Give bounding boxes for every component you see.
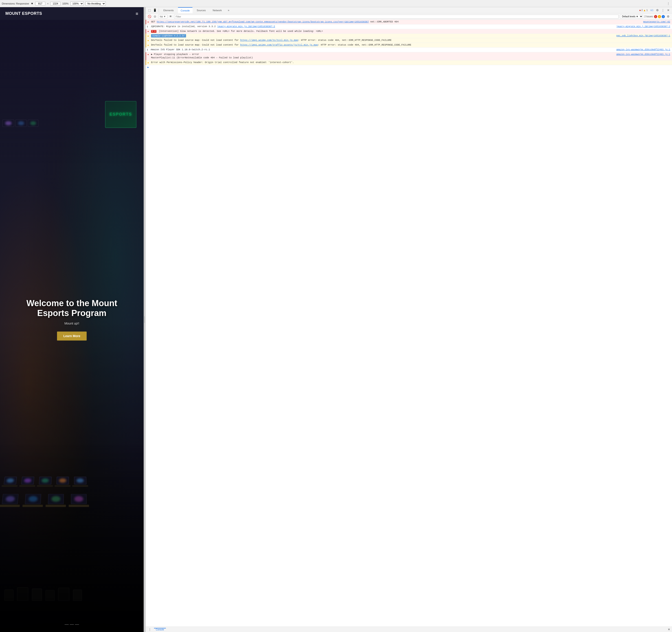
error-badge: E 6: [151, 30, 157, 33]
hero-background: ESPORTS: [0, 7, 144, 632]
console-entry: ● GET https://secureservercdn.net/198.71…: [146, 20, 672, 24]
tab-network[interactable]: Network: [210, 7, 225, 13]
tabs-more[interactable]: »: [226, 9, 231, 12]
entry-body: Simply Lightbox v.2.1.3/ pgc_sgb_lightbo…: [151, 34, 670, 38]
entry-text: Amazon IVS Player SDK 1.10.0-twitch.2-rc…: [151, 48, 210, 52]
tab-elements[interactable]: Elements: [161, 7, 177, 13]
entry-body: E 6 [Intervention] Slow network is detec…: [151, 30, 670, 33]
entry-link[interactable]: https://img1.wsimg.com/tc/tccl.min.js.ma…: [240, 39, 298, 42]
website-preview: MOUNT ESPORTS ≡ ESPORTS: [0, 7, 144, 632]
entry-source[interactable]: jquery-migrate.min.j…2&time=1651638387:2: [616, 25, 670, 28]
entry-text: JQMIGRATE: Migrate is installed, version…: [151, 25, 275, 28]
entry-source[interactable]: mountesports.com/:62: [643, 20, 670, 24]
entry-source[interactable]: pgc_sgb_lightbox.min.7&time=1651638387:1: [616, 34, 670, 38]
entry-link[interactable]: https://secureservercdn.net/198.71.190.1…: [157, 20, 369, 23]
hamburger-menu[interactable]: ≡: [136, 11, 138, 16]
issues-settings-icon[interactable]: ⚙: [666, 15, 670, 19]
hero-section: ESPORTS: [0, 7, 144, 632]
entry-body: Error with Permissions-Policy header: Or…: [151, 61, 670, 65]
entry-text: DevTools failed to load source map: Coul…: [151, 43, 411, 47]
info-icon: ℹ: [147, 25, 148, 28]
error-icon: ●: [147, 30, 149, 33]
devtools-top-toolbar: ⬚ 📱 Elements Console Sources Network » ●…: [146, 7, 672, 14]
hero-title: Welcome to the Mount Esports Program: [14, 298, 129, 318]
height-input[interactable]: [50, 2, 61, 5]
tab-sources[interactable]: Sources: [194, 7, 209, 13]
entry-body: GET https://secureservercdn.net/198.71.1…: [151, 20, 670, 24]
entry-text: E 6 [Intervention] Slow network is detec…: [151, 30, 323, 33]
dim-down-icon: ▼: [31, 2, 33, 5]
entry-body: DevTools failed to load source map: Coul…: [151, 43, 670, 47]
console-entry: ▲ Error with Permissions-Policy header: …: [146, 60, 672, 65]
issues-badge[interactable]: 2 Issues: 1 1 1: [644, 15, 665, 18]
yellow-badge: 1: [658, 15, 661, 18]
inspect-element-icon[interactable]: ⬚: [147, 8, 151, 13]
entry-text: ▶ Player stopping playback – errorMaster…: [151, 53, 253, 60]
info-icon: ℹ: [147, 48, 148, 52]
prompt-chevron: ▶: [147, 66, 149, 69]
main-layout: MOUNT ESPORTS ≡ ESPORTS: [0, 7, 672, 632]
warn-icon: ▲: [147, 61, 149, 65]
entry-link[interactable]: https://img1.wsimg.com/traffic-assets/js…: [240, 44, 318, 46]
eye-icon[interactable]: 👁: [169, 15, 173, 19]
entry-link[interactable]: jquery-migrate.min.js.2&time=1651638387:…: [217, 25, 275, 28]
bottom-tab-console[interactable]: Console: [154, 628, 166, 631]
console-entry: ▲ Simply Lightbox v.2.1.3/ pgc_sgb_light…: [146, 34, 672, 38]
site-nav: MOUNT ESPORTS ≡: [0, 7, 144, 20]
close-devtools-icon[interactable]: ✕: [666, 8, 670, 13]
console-entry: ▲ DevTools failed to load source map: Co…: [146, 38, 672, 43]
dock-options-icon[interactable]: ⋮: [147, 628, 152, 632]
clear-console-icon[interactable]: 🚫: [147, 15, 151, 19]
device-toolbar-icon[interactable]: 📱: [153, 8, 157, 13]
error-icon: ●: [147, 53, 149, 56]
entry-source[interactable]: amazon-ivs-wasmworke…d3Occ0e8f22493.js:1: [616, 48, 670, 51]
info-count[interactable]: ℹ 1: [650, 8, 654, 13]
error-icon: ●: [147, 20, 149, 24]
dim-label: Dimensions: Responsive: [2, 2, 29, 5]
console-entry: ▲ DevTools failed to load source map: Co…: [146, 43, 672, 48]
scroll-hint: ― ― ―: [65, 622, 79, 627]
tab-console[interactable]: Console: [178, 7, 193, 13]
entry-text: GET https://secureservercdn.net/198.71.1…: [151, 20, 399, 24]
zoom-label: 100%: [62, 2, 69, 5]
hero-subtitle: Mount up!!: [14, 322, 129, 325]
site-logo: MOUNT ESPORTS: [5, 11, 42, 16]
preserve-log-icon[interactable]: ⊙: [153, 15, 157, 19]
devtools-menu-icon[interactable]: ⋮: [666, 2, 670, 6]
settings-icon[interactable]: ⚙: [655, 8, 659, 13]
error-count[interactable]: ●2 ▲1: [638, 8, 649, 13]
devtools-panel: ⬚ 📱 Elements Console Sources Network » ●…: [145, 7, 672, 632]
entry-body: DevTools failed to load source map: Coul…: [151, 39, 670, 42]
log-level-select[interactable]: Default levels ▼ Verbose Info Warnings E…: [620, 15, 643, 18]
entry-body: Amazon IVS Player SDK 1.10.0-twitch.2-rc…: [151, 48, 670, 52]
console-prompt-entry: ▶: [146, 65, 672, 70]
hero-content: Welcome to the Mount Esports Program Mou…: [14, 298, 129, 340]
warn-icon: ▲: [147, 44, 149, 47]
toolbar-divider: [159, 8, 159, 12]
entry-source[interactable]: amazon-ivs-wasmworke…d3Occ0e8f22493.js:1: [616, 53, 670, 56]
close-panel-icon[interactable]: ✕: [668, 628, 670, 631]
entry-text: Error with Permissions-Policy header: Or…: [151, 61, 294, 65]
console-output: ● GET https://secureservercdn.net/198.71…: [146, 20, 672, 627]
top-filter-button[interactable]: top ▼: [158, 15, 167, 18]
simply-lightbox-badge[interactable]: Simply Lightbox v.2.1.3/: [151, 34, 186, 38]
throttle-select[interactable]: No throttling Slow 3G Fast 3G: [86, 2, 106, 6]
entry-body: JQMIGRATE: Migrate is installed, version…: [151, 25, 670, 28]
warn-icon: ▲: [147, 34, 149, 38]
browser-top-bar: Dimensions: Responsive ▼ × 100% 100% 75%…: [0, 0, 672, 7]
console-entry: ● ▶ Player stopping playback – errorMast…: [146, 52, 672, 60]
learn-more-button[interactable]: Learn More: [57, 332, 87, 341]
issues-label: 2 Issues:: [644, 15, 653, 18]
zoom-select[interactable]: 100% 75% 50%: [70, 2, 84, 6]
more-options-icon[interactable]: ⋮: [661, 8, 665, 13]
console-filter-bar: 🚫 ⊙ top ▼ 👁 Default levels ▼ Verbose Inf…: [146, 14, 672, 20]
panel-divider[interactable]: [144, 7, 145, 632]
console-filter-input[interactable]: [174, 15, 619, 19]
width-input[interactable]: [35, 2, 45, 5]
blue-badge: 1: [662, 15, 665, 18]
console-entry: ℹ Amazon IVS Player SDK 1.10.0-twitch.2-…: [146, 48, 672, 52]
warn-icon: ▲: [147, 39, 149, 42]
console-entry: ℹ JQMIGRATE: Migrate is installed, versi…: [146, 24, 672, 29]
devtools-bottom-bar: ⋮ Console ✕: [146, 627, 672, 632]
red-badge: 1: [654, 15, 657, 18]
